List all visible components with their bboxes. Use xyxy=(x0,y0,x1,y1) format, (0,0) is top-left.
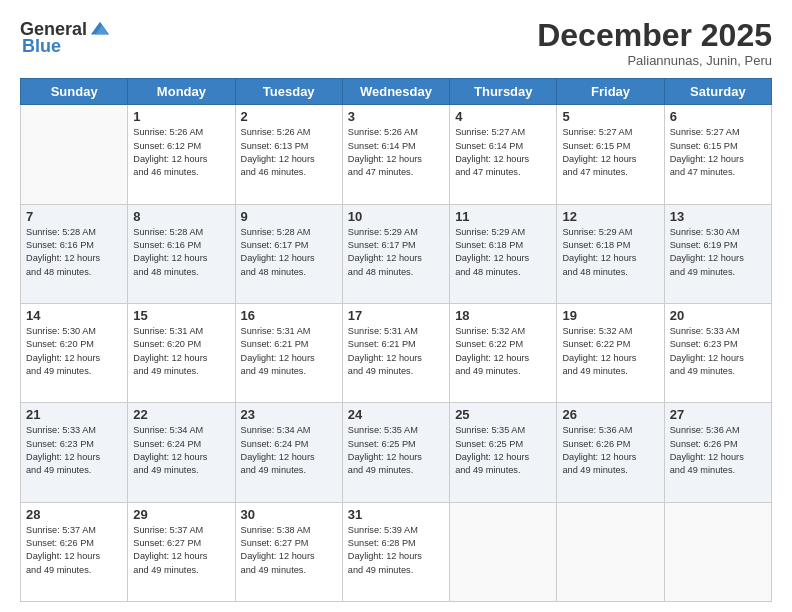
day-info: Sunrise: 5:27 AMSunset: 6:15 PMDaylight:… xyxy=(562,126,658,179)
calendar-week-row: 28Sunrise: 5:37 AMSunset: 6:26 PMDayligh… xyxy=(21,502,772,601)
calendar-cell: 26Sunrise: 5:36 AMSunset: 6:26 PMDayligh… xyxy=(557,403,664,502)
day-number: 7 xyxy=(26,209,122,224)
calendar-cell: 14Sunrise: 5:30 AMSunset: 6:20 PMDayligh… xyxy=(21,303,128,402)
day-info: Sunrise: 5:31 AMSunset: 6:21 PMDaylight:… xyxy=(241,325,337,378)
calendar-cell: 24Sunrise: 5:35 AMSunset: 6:25 PMDayligh… xyxy=(342,403,449,502)
calendar-week-row: 14Sunrise: 5:30 AMSunset: 6:20 PMDayligh… xyxy=(21,303,772,402)
calendar-cell: 13Sunrise: 5:30 AMSunset: 6:19 PMDayligh… xyxy=(664,204,771,303)
calendar-cell: 2Sunrise: 5:26 AMSunset: 6:13 PMDaylight… xyxy=(235,105,342,204)
day-info: Sunrise: 5:36 AMSunset: 6:26 PMDaylight:… xyxy=(562,424,658,477)
day-number: 28 xyxy=(26,507,122,522)
day-number: 24 xyxy=(348,407,444,422)
day-info: Sunrise: 5:39 AMSunset: 6:28 PMDaylight:… xyxy=(348,524,444,577)
calendar-cell: 27Sunrise: 5:36 AMSunset: 6:26 PMDayligh… xyxy=(664,403,771,502)
day-number: 3 xyxy=(348,109,444,124)
day-number: 17 xyxy=(348,308,444,323)
day-number: 6 xyxy=(670,109,766,124)
day-info: Sunrise: 5:27 AMSunset: 6:14 PMDaylight:… xyxy=(455,126,551,179)
day-number: 14 xyxy=(26,308,122,323)
calendar-cell: 6Sunrise: 5:27 AMSunset: 6:15 PMDaylight… xyxy=(664,105,771,204)
page: General Blue December 2025 Paliannunas, … xyxy=(0,0,792,612)
day-info: Sunrise: 5:27 AMSunset: 6:15 PMDaylight:… xyxy=(670,126,766,179)
day-number: 21 xyxy=(26,407,122,422)
calendar-cell: 10Sunrise: 5:29 AMSunset: 6:17 PMDayligh… xyxy=(342,204,449,303)
day-number: 11 xyxy=(455,209,551,224)
calendar-cell: 1Sunrise: 5:26 AMSunset: 6:12 PMDaylight… xyxy=(128,105,235,204)
day-info: Sunrise: 5:33 AMSunset: 6:23 PMDaylight:… xyxy=(670,325,766,378)
logo-icon xyxy=(89,18,111,40)
day-info: Sunrise: 5:32 AMSunset: 6:22 PMDaylight:… xyxy=(455,325,551,378)
day-number: 22 xyxy=(133,407,229,422)
day-info: Sunrise: 5:36 AMSunset: 6:26 PMDaylight:… xyxy=(670,424,766,477)
calendar-cell xyxy=(664,502,771,601)
calendar-cell: 25Sunrise: 5:35 AMSunset: 6:25 PMDayligh… xyxy=(450,403,557,502)
day-info: Sunrise: 5:33 AMSunset: 6:23 PMDaylight:… xyxy=(26,424,122,477)
day-number: 26 xyxy=(562,407,658,422)
calendar-cell xyxy=(557,502,664,601)
day-number: 18 xyxy=(455,308,551,323)
calendar-table: SundayMondayTuesdayWednesdayThursdayFrid… xyxy=(20,78,772,602)
title-area: December 2025 Paliannunas, Junin, Peru xyxy=(537,18,772,68)
col-header-monday: Monday xyxy=(128,79,235,105)
calendar-week-row: 7Sunrise: 5:28 AMSunset: 6:16 PMDaylight… xyxy=(21,204,772,303)
calendar-cell: 19Sunrise: 5:32 AMSunset: 6:22 PMDayligh… xyxy=(557,303,664,402)
calendar-cell: 15Sunrise: 5:31 AMSunset: 6:20 PMDayligh… xyxy=(128,303,235,402)
col-header-thursday: Thursday xyxy=(450,79,557,105)
col-header-friday: Friday xyxy=(557,79,664,105)
calendar-cell: 29Sunrise: 5:37 AMSunset: 6:27 PMDayligh… xyxy=(128,502,235,601)
day-number: 12 xyxy=(562,209,658,224)
day-info: Sunrise: 5:30 AMSunset: 6:20 PMDaylight:… xyxy=(26,325,122,378)
calendar-cell: 20Sunrise: 5:33 AMSunset: 6:23 PMDayligh… xyxy=(664,303,771,402)
calendar-cell: 4Sunrise: 5:27 AMSunset: 6:14 PMDaylight… xyxy=(450,105,557,204)
day-info: Sunrise: 5:38 AMSunset: 6:27 PMDaylight:… xyxy=(241,524,337,577)
calendar-cell: 16Sunrise: 5:31 AMSunset: 6:21 PMDayligh… xyxy=(235,303,342,402)
calendar-cell: 30Sunrise: 5:38 AMSunset: 6:27 PMDayligh… xyxy=(235,502,342,601)
month-title: December 2025 xyxy=(537,18,772,53)
calendar-header-row: SundayMondayTuesdayWednesdayThursdayFrid… xyxy=(21,79,772,105)
col-header-wednesday: Wednesday xyxy=(342,79,449,105)
col-header-sunday: Sunday xyxy=(21,79,128,105)
day-info: Sunrise: 5:29 AMSunset: 6:18 PMDaylight:… xyxy=(455,226,551,279)
day-number: 2 xyxy=(241,109,337,124)
day-info: Sunrise: 5:31 AMSunset: 6:20 PMDaylight:… xyxy=(133,325,229,378)
day-info: Sunrise: 5:37 AMSunset: 6:27 PMDaylight:… xyxy=(133,524,229,577)
day-info: Sunrise: 5:26 AMSunset: 6:12 PMDaylight:… xyxy=(133,126,229,179)
header: General Blue December 2025 Paliannunas, … xyxy=(20,18,772,68)
day-info: Sunrise: 5:34 AMSunset: 6:24 PMDaylight:… xyxy=(133,424,229,477)
day-info: Sunrise: 5:28 AMSunset: 6:16 PMDaylight:… xyxy=(26,226,122,279)
calendar-cell: 22Sunrise: 5:34 AMSunset: 6:24 PMDayligh… xyxy=(128,403,235,502)
day-info: Sunrise: 5:30 AMSunset: 6:19 PMDaylight:… xyxy=(670,226,766,279)
col-header-tuesday: Tuesday xyxy=(235,79,342,105)
day-number: 25 xyxy=(455,407,551,422)
calendar-week-row: 21Sunrise: 5:33 AMSunset: 6:23 PMDayligh… xyxy=(21,403,772,502)
day-number: 8 xyxy=(133,209,229,224)
calendar-cell: 9Sunrise: 5:28 AMSunset: 6:17 PMDaylight… xyxy=(235,204,342,303)
subtitle: Paliannunas, Junin, Peru xyxy=(537,53,772,68)
day-number: 23 xyxy=(241,407,337,422)
day-info: Sunrise: 5:32 AMSunset: 6:22 PMDaylight:… xyxy=(562,325,658,378)
calendar-cell: 8Sunrise: 5:28 AMSunset: 6:16 PMDaylight… xyxy=(128,204,235,303)
logo: General Blue xyxy=(20,18,111,57)
calendar-cell: 3Sunrise: 5:26 AMSunset: 6:14 PMDaylight… xyxy=(342,105,449,204)
day-info: Sunrise: 5:26 AMSunset: 6:13 PMDaylight:… xyxy=(241,126,337,179)
day-info: Sunrise: 5:35 AMSunset: 6:25 PMDaylight:… xyxy=(455,424,551,477)
day-number: 29 xyxy=(133,507,229,522)
day-info: Sunrise: 5:26 AMSunset: 6:14 PMDaylight:… xyxy=(348,126,444,179)
day-info: Sunrise: 5:29 AMSunset: 6:17 PMDaylight:… xyxy=(348,226,444,279)
calendar-cell: 12Sunrise: 5:29 AMSunset: 6:18 PMDayligh… xyxy=(557,204,664,303)
day-number: 27 xyxy=(670,407,766,422)
day-info: Sunrise: 5:35 AMSunset: 6:25 PMDaylight:… xyxy=(348,424,444,477)
day-number: 13 xyxy=(670,209,766,224)
calendar-cell: 5Sunrise: 5:27 AMSunset: 6:15 PMDaylight… xyxy=(557,105,664,204)
logo-blue: Blue xyxy=(22,36,61,57)
day-info: Sunrise: 5:29 AMSunset: 6:18 PMDaylight:… xyxy=(562,226,658,279)
calendar-cell: 21Sunrise: 5:33 AMSunset: 6:23 PMDayligh… xyxy=(21,403,128,502)
day-number: 31 xyxy=(348,507,444,522)
day-number: 30 xyxy=(241,507,337,522)
day-number: 9 xyxy=(241,209,337,224)
calendar-cell xyxy=(21,105,128,204)
day-number: 15 xyxy=(133,308,229,323)
day-info: Sunrise: 5:34 AMSunset: 6:24 PMDaylight:… xyxy=(241,424,337,477)
day-info: Sunrise: 5:28 AMSunset: 6:16 PMDaylight:… xyxy=(133,226,229,279)
calendar-cell: 7Sunrise: 5:28 AMSunset: 6:16 PMDaylight… xyxy=(21,204,128,303)
